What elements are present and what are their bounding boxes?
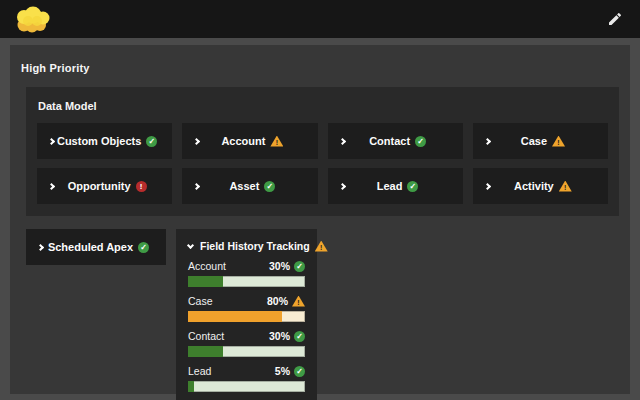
object-label: Contact (369, 135, 410, 147)
chevron-right-icon (484, 182, 491, 189)
chevron-right-icon (338, 182, 345, 189)
progress-fill (188, 346, 223, 357)
progress-bar (188, 381, 305, 392)
chevron-right-icon (48, 182, 55, 189)
field-history-row: Contact 30% (188, 330, 305, 342)
data-model-grid: Custom Objects Account Contact (37, 123, 608, 204)
chevron-right-icon (193, 137, 200, 144)
chevron-right-icon (484, 137, 491, 144)
high-priority-panel: High Priority Data Model Custom Objects … (10, 45, 630, 394)
row-label: Account (188, 260, 226, 272)
object-label: Asset (229, 180, 259, 192)
row-label: Contact (188, 330, 224, 342)
edit-button[interactable] (604, 8, 626, 30)
object-label: Account (221, 135, 265, 147)
chevron-right-icon (193, 182, 200, 189)
error-circle-icon (136, 181, 147, 192)
object-label: Opportunity (68, 180, 131, 192)
object-button-lead[interactable]: Lead (328, 168, 463, 204)
row-label: Case (188, 295, 213, 307)
check-circle-icon (294, 331, 305, 342)
check-circle-icon (415, 136, 426, 147)
scheduled-apex-button[interactable]: Scheduled Apex (26, 229, 166, 265)
cloud-logo-icon (14, 6, 52, 33)
object-button-contact[interactable]: Contact (328, 123, 463, 159)
warning-triangle-icon (315, 241, 328, 252)
progress-fill (188, 381, 194, 392)
chevron-right-icon (37, 243, 44, 250)
warning-triangle-icon (559, 181, 572, 192)
field-history-row: Case 80% (188, 295, 305, 307)
row-value: 30% (269, 330, 290, 342)
pencil-icon (607, 11, 623, 27)
row-value: 5% (275, 365, 290, 377)
check-circle-icon (294, 366, 305, 377)
field-history-row: Lead 5% (188, 365, 305, 377)
top-bar (0, 0, 640, 38)
check-circle-icon (407, 181, 418, 192)
object-label: Lead (377, 180, 403, 192)
object-button-account[interactable]: Account (182, 123, 317, 159)
chevron-down-icon (187, 241, 194, 248)
check-circle-icon (138, 242, 149, 253)
row-label: Lead (188, 365, 211, 377)
progress-fill (188, 276, 223, 287)
progress-bar (188, 311, 305, 322)
object-button-asset[interactable]: Asset (182, 168, 317, 204)
object-label: Case (521, 135, 547, 147)
object-label: Activity (514, 180, 554, 192)
progress-fill (188, 311, 282, 322)
progress-bar (188, 276, 305, 287)
row-value: 30% (269, 260, 290, 272)
check-circle-icon (294, 261, 305, 272)
warning-triangle-icon (270, 136, 283, 147)
row-value: 80% (267, 295, 288, 307)
object-button-custom-objects[interactable]: Custom Objects (37, 123, 172, 159)
field-history-tracking-panel: Field History Tracking Account 30% Case (176, 229, 317, 400)
field-history-tracking-header[interactable]: Field History Tracking (188, 240, 305, 252)
chevron-right-icon (48, 137, 55, 144)
page-title: High Priority (10, 45, 630, 74)
object-button-case[interactable]: Case (473, 123, 608, 159)
object-button-activity[interactable]: Activity (473, 168, 608, 204)
warning-triangle-icon (552, 136, 565, 147)
object-button-opportunity[interactable]: Opportunity (37, 168, 172, 204)
chevron-right-icon (338, 137, 345, 144)
lower-section: Scheduled Apex Field History Tracking Ac… (26, 229, 630, 400)
check-circle-icon (146, 136, 157, 147)
object-label: Custom Objects (57, 135, 141, 147)
scheduled-apex-label: Scheduled Apex (48, 241, 133, 253)
warning-triangle-icon (292, 296, 305, 307)
data-model-panel: Data Model Custom Objects Account (26, 87, 619, 216)
data-model-title: Data Model (37, 100, 608, 112)
field-history-title: Field History Tracking (200, 240, 310, 252)
check-circle-icon (264, 181, 275, 192)
progress-bar (188, 346, 305, 357)
field-history-row: Account 30% (188, 260, 305, 272)
